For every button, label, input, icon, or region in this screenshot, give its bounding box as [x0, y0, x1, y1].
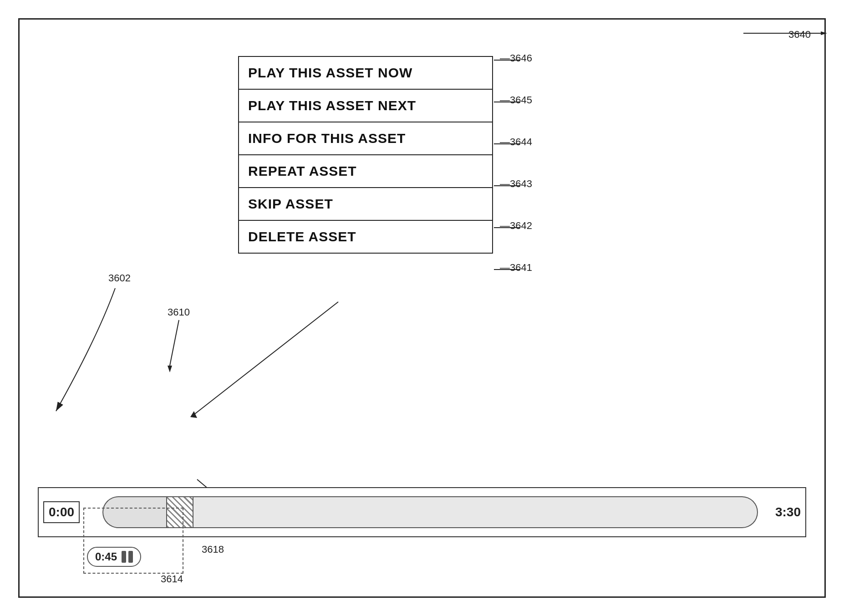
label-3602: 3602 — [108, 272, 131, 284]
pause-icon — [122, 551, 133, 563]
diagram-frame: 3640 PLAY THIS ASSET NOW PLAY THIS ASSET… — [18, 18, 826, 598]
menu-item-info[interactable]: INFO FOR THIS ASSET — [239, 122, 492, 155]
tooltip-time: 0:45 — [95, 550, 117, 563]
ref-3646: —3646 — [500, 52, 532, 64]
pause-bar-right — [128, 551, 133, 563]
ref-3642: —3642 — [500, 220, 532, 232]
ref-3640: 3640 — [788, 29, 811, 41]
menu-item-skip[interactable]: SKIP ASSET — [239, 188, 492, 221]
ref-3643: —3643 — [500, 178, 532, 190]
ref-3645: —3645 — [500, 94, 532, 106]
label-3610: 3610 — [168, 306, 190, 318]
svg-marker-10 — [190, 411, 197, 418]
segment-3 — [348, 496, 758, 528]
menu-item-play-now[interactable]: PLAY THIS ASSET NOW — [239, 57, 492, 90]
context-menu: PLAY THIS ASSET NOW PLAY THIS ASSET NEXT… — [238, 56, 493, 254]
menu-item-delete[interactable]: DELETE ASSET — [239, 221, 492, 253]
label-3618: 3618 — [202, 544, 224, 555]
time-tooltip: 0:45 — [87, 547, 141, 567]
label-3614: 3614 — [161, 573, 183, 585]
pause-bar-left — [122, 551, 126, 563]
svg-marker-9 — [168, 366, 172, 372]
segment-2 — [193, 496, 348, 528]
svg-marker-1 — [821, 31, 827, 35]
time-start: 0:00 — [43, 501, 80, 523]
progress-segments — [102, 496, 760, 528]
menu-item-play-next[interactable]: PLAY THIS ASSET NEXT — [239, 90, 492, 122]
svg-line-8 — [170, 320, 179, 366]
time-end: 3:30 — [775, 505, 801, 519]
menu-item-repeat[interactable]: REPEAT ASSET — [239, 155, 492, 188]
ref-3641: —3641 — [500, 262, 532, 274]
ref-3644: —3644 — [500, 136, 532, 148]
